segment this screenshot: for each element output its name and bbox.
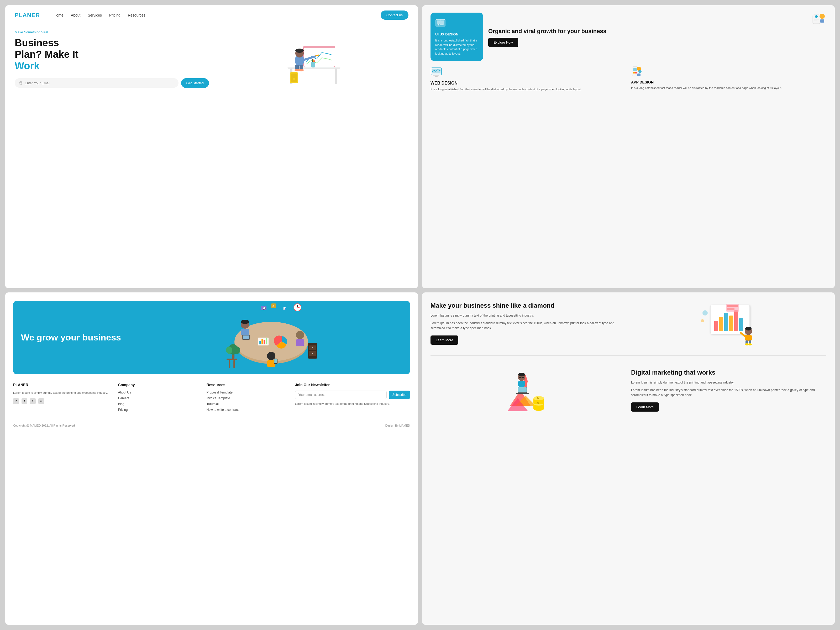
digital-learn-more-button[interactable]: Learn More (631, 403, 659, 412)
svg-rect-24 (440, 24, 444, 25)
footer-link-pricing[interactable]: Pricing (118, 408, 200, 412)
svg-text:$: $ (273, 305, 274, 307)
footer-link-contract[interactable]: How to write a contract (207, 408, 289, 412)
footer-link-proposal[interactable]: Proposal Template (207, 391, 289, 394)
svg-line-20 (314, 60, 315, 62)
footer-resources-col: Resources Proposal Template Invoice Temp… (207, 383, 289, 414)
web-design-svg (431, 66, 442, 78)
svg-rect-38 (633, 72, 635, 74)
svg-rect-71 (227, 358, 237, 360)
footer-newsletter-heading: Join Our Newsletter (295, 383, 410, 387)
digital-title: Digital marketing that works (631, 369, 826, 376)
svg-rect-122 (522, 377, 524, 378)
app-design-svg-2 (631, 66, 641, 77)
footer-copyright: Copyright @ MAMED 2022. All Rights Reser… (13, 424, 76, 427)
footer-bottom: Copyright @ MAMED 2022. All Rights Reser… (13, 420, 410, 427)
svg-rect-42 (637, 74, 641, 76)
explore-button[interactable]: Explore Now (488, 38, 518, 47)
svg-point-94 (745, 327, 752, 330)
infinity-icon[interactable]: ∞ (38, 398, 44, 404)
svg-point-102 (701, 319, 704, 322)
shine-illustration (631, 300, 826, 347)
shine-para1: Lorem Ipsum is simply dummy text of the … (431, 313, 626, 318)
svg-rect-3 (303, 46, 335, 67)
svg-rect-28 (814, 19, 819, 20)
svg-rect-119 (518, 387, 527, 392)
ui-ux-title: UI UX DESIGN (435, 32, 478, 36)
svg-point-13 (299, 69, 304, 71)
hero-text-block: Make Something Viral Business Plan? Make… (15, 30, 209, 88)
svg-rect-22 (437, 21, 444, 24)
at-icon: @ (19, 81, 22, 85)
footer-company-links: About Us Careers Blog Pricing (118, 391, 200, 412)
section-divider (431, 355, 826, 356)
footer-link-careers[interactable]: Careers (118, 396, 200, 400)
nav-pricing[interactable]: Pricing (109, 13, 120, 17)
footer-newsletter-col: Join Our Newsletter Subscribe Lorem Ipsu… (295, 383, 410, 414)
svg-text:$: $ (537, 396, 539, 400)
app-design-desc: It is a long established fact that a rea… (631, 86, 826, 90)
digital-para2: Lorem Ipsum has been the industry's stan… (631, 388, 826, 398)
ui-ux-icon (435, 18, 478, 30)
services-top: UI UX DESIGN It is a long established fa… (431, 13, 826, 61)
digital-svg: $ $ (502, 364, 554, 417)
svg-point-7 (295, 49, 304, 53)
newsletter-email-input[interactable] (295, 391, 387, 399)
get-started-button[interactable]: Get Started (181, 78, 209, 88)
svg-rect-4 (303, 46, 335, 48)
social-icons: in f t ∞ (13, 398, 112, 404)
digital-text: Digital marketing that works Lorem Ipsum… (631, 369, 826, 412)
svg-rect-89 (739, 318, 743, 331)
grow-panel: We grow your business (5, 292, 418, 625)
grow-illustration: 💬 $ 📊 (132, 301, 410, 374)
svg-rect-87 (729, 316, 733, 331)
services-right: Organic and viral growth for your busine… (488, 13, 826, 47)
web-design-desc: It is a long established fact that a rea… (431, 87, 626, 92)
ui-ux-card: UI UX DESIGN It is a long established fa… (431, 13, 483, 61)
svg-text:📊: 📊 (283, 307, 286, 310)
nav-about[interactable]: About (71, 13, 81, 17)
svg-rect-117 (518, 381, 525, 387)
nav-home[interactable]: Home (54, 13, 63, 17)
email-input[interactable] (25, 81, 174, 85)
svg-point-69 (312, 347, 313, 348)
footer-link-tutorial[interactable]: Tuturoial (207, 402, 289, 406)
svg-rect-73 (234, 360, 235, 368)
linkedin-icon[interactable]: in (13, 398, 19, 404)
contact-button[interactable]: Contact us (381, 11, 409, 20)
nav-services[interactable]: Services (88, 13, 102, 17)
footer-design-credit: Design By MAMED (385, 424, 410, 427)
hero-tagline: Make Something Viral (15, 30, 209, 34)
facebook-icon[interactable]: f (22, 398, 27, 404)
svg-point-116 (518, 373, 525, 376)
svg-rect-86 (724, 313, 728, 331)
organic-growth-title: Organic and viral growth for your busine… (488, 28, 826, 35)
svg-point-54 (296, 331, 304, 339)
shine-learn-more-button[interactable]: Learn More (431, 335, 458, 345)
hero-title-highlight: Work (15, 60, 39, 71)
digital-section: $ $ Digital marketing that works (431, 364, 826, 417)
svg-rect-92 (727, 308, 734, 310)
svg-rect-49 (243, 335, 249, 339)
svg-text:💬: 💬 (263, 307, 266, 310)
svg-rect-59 (264, 340, 265, 344)
app-design-icon (631, 66, 826, 79)
svg-rect-17 (311, 62, 315, 68)
hero-body: Make Something Viral Business Plan? Make… (5, 25, 418, 98)
web-design-block: WEB DESIGN It is a long established fact… (431, 66, 626, 92)
hero-illustration (214, 30, 409, 88)
subscribe-button[interactable]: Subscribe (389, 391, 410, 399)
svg-point-46 (241, 320, 249, 324)
svg-rect-53 (274, 359, 277, 363)
svg-rect-66 (308, 343, 317, 358)
footer-link-blog[interactable]: Blog (118, 402, 200, 406)
footer-link-invoice[interactable]: Invoice Template (207, 396, 289, 400)
navbar: PLANER Home About Services Pricing Resou… (5, 5, 418, 25)
svg-rect-120 (516, 393, 529, 394)
services-panel: UI UX DESIGN It is a long established fa… (422, 5, 835, 288)
svg-rect-72 (229, 360, 230, 368)
footer-resources-heading: Resources (207, 383, 289, 387)
footer-link-about[interactable]: About Us (118, 391, 200, 394)
nav-resources[interactable]: Resources (128, 13, 145, 17)
twitter-icon[interactable]: t (30, 398, 36, 404)
